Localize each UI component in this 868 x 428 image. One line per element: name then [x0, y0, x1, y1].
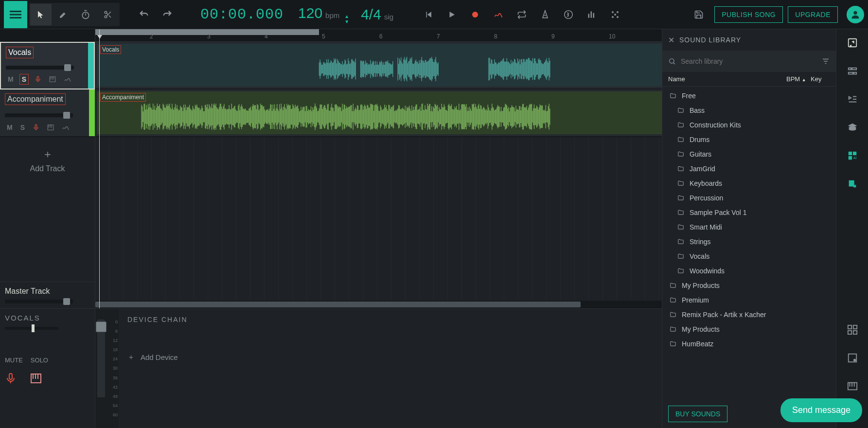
library-tab-icon[interactable] [846, 36, 859, 50]
loop-button[interactable] [511, 4, 532, 25]
pointer-tool[interactable] [30, 4, 52, 25]
play-button[interactable] [441, 4, 462, 25]
save-button[interactable] [688, 4, 709, 25]
col-name[interactable]: Name [668, 75, 786, 83]
pencil-tool[interactable] [53, 4, 74, 25]
library-folder-item[interactable]: Percussion [662, 191, 836, 205]
countdown-button[interactable] [558, 4, 579, 25]
col-bpm[interactable]: BPM ▲ [786, 75, 811, 83]
library-folder-item[interactable]: Construction Kits [662, 118, 836, 132]
time-display[interactable]: 00:00.000 [192, 6, 292, 23]
library-folder-item[interactable]: My Products [662, 322, 836, 337]
col-key[interactable]: Key [811, 75, 830, 83]
library-folder-item[interactable]: Remix Pack - Artik x Kacher [662, 307, 836, 322]
library-folder-item[interactable]: Strings [662, 234, 836, 249]
record-arm-icon[interactable] [5, 373, 17, 384]
library-tree[interactable]: FreeBassConstruction KitsDrumsGuitarsJam… [662, 87, 836, 400]
sig-value: 4/4 [361, 6, 381, 23]
scrollbar-thumb[interactable] [95, 302, 581, 307]
download-tab-icon[interactable] [846, 177, 859, 191]
mute-button[interactable]: MUTE [5, 357, 23, 364]
filter-icon[interactable] [821, 57, 830, 66]
piano-icon[interactable] [846, 379, 859, 393]
snap-button[interactable] [604, 4, 626, 25]
solo-button[interactable]: S [19, 74, 29, 85]
library-item-label: Free [682, 92, 696, 100]
library-folder-item[interactable]: Keyboards [662, 176, 836, 191]
library-folder-item[interactable]: Vocals [662, 249, 836, 264]
buy-sounds-button[interactable]: BUY SOUNDS [668, 406, 727, 422]
help-tab-icon[interactable] [846, 92, 859, 106]
folder-icon [677, 165, 685, 172]
record-button[interactable] [464, 4, 486, 25]
stopwatch-tool[interactable] [75, 4, 96, 25]
upgrade-button[interactable]: UPGRADE [788, 6, 838, 23]
mixer-button[interactable] [581, 4, 602, 25]
track-header-1[interactable]: Accompaniment M S [0, 89, 95, 137]
record-arm-icon[interactable] [31, 123, 41, 132]
automation-icon[interactable] [60, 123, 71, 132]
library-search-input[interactable] [681, 57, 816, 65]
pan-slider[interactable] [5, 327, 58, 330]
library-folder-item[interactable]: My Products [662, 278, 836, 293]
search-icon [668, 57, 676, 65]
playhead[interactable] [99, 29, 100, 308]
library-folder-item[interactable]: HumBeatz [662, 337, 836, 351]
undo-button[interactable] [133, 4, 155, 25]
library-folder-item[interactable]: Guitars [662, 147, 836, 161]
keyboard-shortcuts-icon[interactable] [846, 323, 859, 337]
skip-start-button[interactable] [418, 4, 439, 25]
clips-tab-icon[interactable] [846, 64, 859, 78]
solo-button[interactable]: S [18, 123, 27, 132]
track-name: Accompaniment [5, 93, 66, 105]
piano-roll-icon[interactable] [45, 123, 56, 132]
publish-song-button[interactable]: PUBLISH SONG [714, 6, 783, 23]
track-volume-slider[interactable] [5, 113, 73, 117]
piano-roll-icon[interactable] [30, 373, 42, 384]
redo-button[interactable] [157, 4, 178, 25]
track-volume-slider[interactable] [6, 66, 74, 70]
piano-roll-icon[interactable] [47, 75, 58, 84]
ai-tab-icon[interactable]: AI [846, 149, 859, 162]
bpm-stepper-icon[interactable]: ▲▼ [344, 14, 349, 24]
right-rail: AI [836, 29, 868, 428]
user-avatar[interactable] [847, 6, 864, 23]
folder-icon [669, 311, 677, 318]
time-signature-display[interactable]: 4/4 sig [355, 6, 399, 23]
library-folder-item[interactable]: Drums [662, 132, 836, 147]
library-item-label: My Products [682, 325, 720, 333]
library-folder-item[interactable]: Sample Pack Vol 1 [662, 205, 836, 220]
hamburger-menu-button[interactable] [4, 1, 27, 28]
library-folder-item[interactable]: Smart Midi [662, 220, 836, 234]
library-folder-item[interactable]: Free [662, 89, 836, 103]
automation-icon[interactable] [62, 74, 73, 84]
add-track-button[interactable]: ＋ Add Track [0, 137, 95, 183]
fullscreen-icon[interactable] [846, 351, 859, 365]
bpm-label: bpm [325, 11, 339, 19]
bpm-display[interactable]: 120 bpm ▲▼ [294, 5, 353, 24]
record-arm-icon[interactable] [33, 75, 43, 84]
mute-button[interactable]: M [5, 123, 15, 132]
close-library-button[interactable]: ✕ [668, 36, 674, 45]
metronome-button[interactable] [534, 4, 556, 25]
automation-button[interactable] [488, 4, 509, 25]
library-folder-item[interactable]: JamGrid [662, 161, 836, 176]
send-message-button[interactable]: Send message [780, 398, 862, 422]
library-item-label: My Products [682, 282, 720, 289]
solo-button[interactable]: SOLO [31, 357, 48, 364]
mute-button[interactable]: M [6, 74, 16, 84]
folder-icon [669, 326, 677, 333]
library-folder-item[interactable]: Woodwinds [662, 264, 836, 278]
learn-tab-icon[interactable] [846, 121, 859, 134]
volume-fader[interactable] [97, 320, 105, 397]
folder-icon [677, 151, 685, 158]
scissors-tool[interactable] [97, 4, 119, 25]
master-volume-slider[interactable] [5, 300, 73, 303]
track-header-0[interactable]: Vocals M S [0, 42, 95, 89]
svg-rect-20 [50, 125, 51, 128]
master-track-header[interactable]: Master Track [0, 282, 95, 308]
library-folder-item[interactable]: Bass [662, 103, 836, 118]
library-folder-item[interactable]: Premium [662, 293, 836, 307]
add-device-label: Add Device [141, 353, 178, 361]
library-item-label: Woodwinds [690, 267, 725, 275]
